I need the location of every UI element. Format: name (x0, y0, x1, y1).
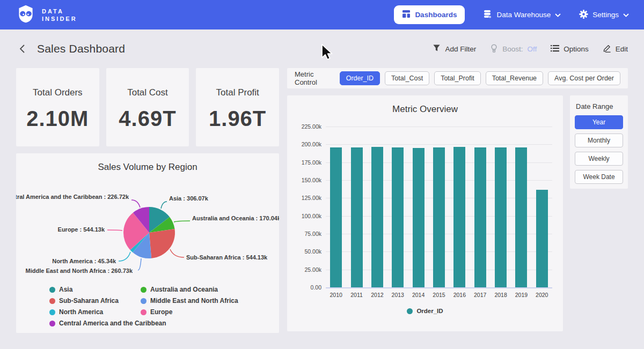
dashboards-label: Dashboards (415, 11, 457, 19)
metric-button-total-cost[interactable]: Total_Cost (385, 71, 429, 85)
bar-2015[interactable] (433, 147, 445, 287)
bar-2016[interactable] (453, 147, 465, 287)
legend-label: Australia and Oceania (150, 286, 218, 293)
legend-label: Central America and the Caribbean (59, 320, 166, 327)
list-icon (551, 44, 559, 54)
bar-slot (429, 127, 449, 287)
bar-chart-legend[interactable]: Order_ID (298, 308, 552, 314)
kpi-label: Total Profit (196, 87, 279, 98)
settings-menu[interactable]: Settings (579, 10, 629, 20)
dashboards-icon (402, 10, 411, 20)
x-tick-label-2019: 2019 (511, 292, 531, 298)
date-range-button-monthly[interactable]: Monthly (575, 133, 623, 147)
x-tick-label-2013: 2013 (387, 292, 408, 298)
legend-label: Order_ID (416, 308, 443, 314)
edit-button[interactable]: Edit (603, 44, 628, 54)
back-button[interactable] (16, 42, 28, 56)
pie-legend-item-australia-and-oceania[interactable]: Australia and Oceania (141, 286, 238, 293)
x-tick-label-2017: 2017 (470, 292, 491, 298)
metric-button-avg-cost-per-order[interactable]: Avg. Cost per Order (548, 71, 620, 85)
brand-line1: DATA (42, 8, 77, 15)
metric-control-bar: Metric Control Order_IDTotal_CostTotal_P… (287, 68, 628, 88)
pie-leader-line (138, 258, 141, 270)
metric-button-total-revenue[interactable]: Total_Revenue (486, 71, 543, 85)
bar-2010[interactable] (330, 147, 342, 287)
boost-state: Off (527, 45, 537, 53)
pie-chart-title: Sales Volume by Region (16, 153, 279, 173)
owl-logo-icon (16, 4, 35, 26)
legend-label: North America (59, 308, 103, 316)
kpi-value: 4.69T (106, 107, 189, 131)
bar-2011[interactable] (351, 147, 363, 287)
legend-dot (49, 298, 55, 304)
y-tick-label: 0.00 (311, 284, 321, 291)
page-header: Sales Dashboard Add Filter Boost: Off Op… (16, 29, 628, 68)
bar-2020[interactable] (536, 190, 548, 287)
page-title: Sales Dashboard (37, 42, 125, 55)
kpi-label: Total Cost (106, 87, 189, 98)
bar-slot (449, 127, 470, 287)
y-tick-label: 225.00k (302, 123, 321, 130)
dashboards-button[interactable]: Dashboards (394, 5, 465, 24)
bar-chart-card: Metric Overview 225.00k200.00k175.00k150… (287, 95, 563, 331)
x-tick-label-2011: 2011 (346, 292, 367, 298)
y-tick-label: 200.00k (302, 141, 321, 147)
bar-2018[interactable] (495, 147, 507, 287)
boost-icon (490, 44, 498, 54)
pie-legend-item-middle-east-and-north-africa[interactable]: Middle East and North Africa (141, 297, 238, 305)
bar-2014[interactable] (413, 148, 425, 287)
pie-legend-item-central-america-and-the-caribbean[interactable]: Central America and the Caribbean (49, 320, 166, 327)
date-range-panel: Date Range YearMonthlyWeeklyWeek Date (570, 95, 628, 189)
database-icon (483, 10, 492, 20)
options-label: Options (564, 45, 589, 53)
legend-dot (49, 321, 55, 326)
funnel-icon (433, 44, 441, 54)
pie-slice-sub-saharan-africa[interactable] (149, 229, 175, 258)
metric-button-order-id[interactable]: Order_ID (340, 71, 380, 85)
gear-icon (579, 10, 588, 20)
plot-area (326, 127, 552, 287)
add-filter-button[interactable]: Add Filter (433, 44, 476, 54)
pie-label-europe: Europe : 544.13k (58, 226, 105, 233)
bar-chart-title: Metric Overview (298, 95, 552, 115)
data-warehouse-label: Data Warehouse (496, 11, 551, 19)
pie-chart-card: Sales Volume by Region Asia : 306.07kAus… (16, 153, 279, 333)
y-tick-label: 125.00k (302, 195, 321, 201)
kpi-card-total-profit: Total Profit 1.96T (196, 68, 279, 146)
bar-2019[interactable] (515, 147, 527, 287)
pie-label-sub-saharan-africa: Sub-Saharan Africa : 544.13k (186, 254, 268, 261)
y-tick-label: 25.00k (304, 266, 321, 273)
options-button[interactable]: Options (551, 44, 589, 54)
kpi-value: 2.10M (16, 107, 99, 131)
bar-2017[interactable] (474, 147, 486, 287)
y-tick-label: 75.00k (304, 231, 321, 237)
data-warehouse-menu[interactable]: Data Warehouse (483, 10, 561, 20)
date-range-button-year[interactable]: Year (575, 115, 623, 129)
pencil-icon (603, 44, 611, 54)
x-tick-label-2012: 2012 (367, 292, 387, 298)
boost-toggle[interactable]: Boost: Off (490, 44, 537, 54)
pie-leader-line (119, 252, 130, 261)
pie-label-central-america-and-the-caribbean: Central America and the Caribbean : 226.… (16, 194, 129, 200)
pie-leader-line (161, 202, 167, 209)
x-tick-label-2020: 2020 (532, 292, 552, 298)
kpi-value: 1.96T (196, 107, 279, 131)
chevron-left-icon (18, 44, 26, 54)
x-tick-label-2014: 2014 (408, 292, 428, 298)
pie-legend-item-europe[interactable]: Europe (141, 308, 238, 316)
bar-2013[interactable] (392, 147, 404, 287)
bar-chart: 225.00k200.00k175.00k150.00k125.00k100.0… (298, 127, 552, 287)
x-axis-line (326, 287, 552, 288)
pie-leader-line (107, 230, 122, 231)
x-axis: 2010201120122013201420152016201720182019… (326, 292, 552, 298)
pie-label-middle-east-and-north-africa: Middle East and North Africa : 260.73k (26, 268, 133, 274)
bar-2012[interactable] (371, 147, 383, 287)
pie-label-asia: Asia : 306.07k (169, 195, 209, 202)
date-range-button-weekly[interactable]: Weekly (575, 152, 623, 166)
edit-label: Edit (616, 45, 628, 53)
y-tick-label: 50.00k (304, 248, 321, 255)
pie-chart: Asia : 306.07kAustralia and Oceania : 17… (16, 153, 279, 282)
metric-button-total-profit[interactable]: Total_Profit (434, 71, 481, 85)
date-range-button-week-date[interactable]: Week Date (575, 170, 623, 184)
legend-dot (141, 309, 147, 315)
